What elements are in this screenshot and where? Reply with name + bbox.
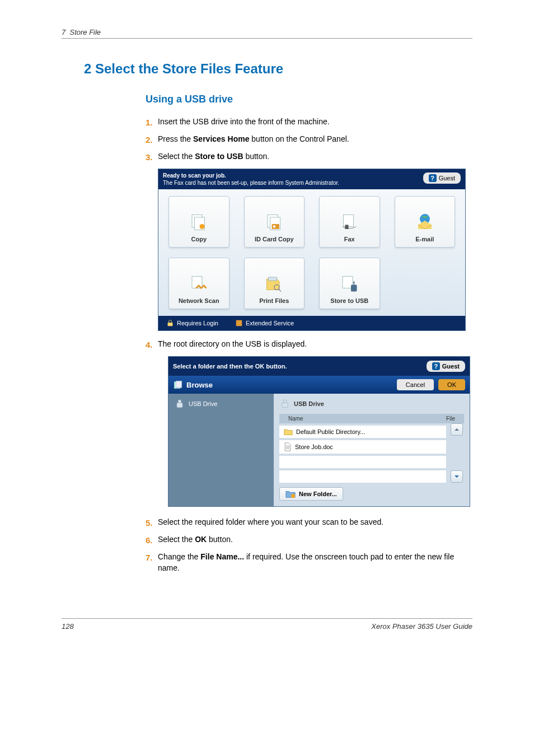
steps-list-cont2: 5. Select the required folder where you … xyxy=(62,517,472,573)
tile-label: Network Scan xyxy=(179,297,219,304)
tile-fax[interactable]: Fax xyxy=(319,196,380,248)
t: Press the xyxy=(158,134,193,143)
svg-point-29 xyxy=(291,494,295,498)
guest-button[interactable]: ? Guest xyxy=(423,172,461,184)
svg-rect-11 xyxy=(268,277,277,281)
id-card-copy-icon xyxy=(264,212,284,232)
step-text: Press the Services Home button on the Co… xyxy=(158,134,472,146)
browse-status-bar: Select a folder and then the OK button. … xyxy=(168,357,470,376)
print-files-icon xyxy=(264,274,284,294)
step-text: The root directory on the USB is display… xyxy=(158,339,472,351)
services-home-panel: Ready to scan your job. The Fax card has… xyxy=(158,169,466,331)
usb-drive-icon xyxy=(279,398,291,409)
new-folder-row: New Folder... xyxy=(279,487,464,501)
scroll-up-button[interactable] xyxy=(451,423,463,436)
step-num: 4. xyxy=(146,339,158,351)
file-row[interactable]: Store Job.doc xyxy=(279,440,446,454)
svg-point-6 xyxy=(273,225,276,228)
scroll-down-button[interactable] xyxy=(451,470,463,483)
svg-rect-21 xyxy=(176,381,182,388)
step-2: 2. Press the Services Home button on the… xyxy=(146,134,472,146)
legend-extended-service: Extended Service xyxy=(235,319,294,327)
section-sub-title: Using a USB drive xyxy=(62,94,472,105)
step-num: 2. xyxy=(146,134,158,146)
instruction-text: Select a folder and then the OK button. xyxy=(173,363,287,370)
t: Select the xyxy=(158,535,195,544)
t: Change the xyxy=(158,552,200,561)
chapter-title: Store File xyxy=(69,28,101,36)
tile-label: Fax xyxy=(344,236,355,242)
status-detail: The Fax card has not been set-up, please… xyxy=(163,180,339,186)
step-3: 3. Select the Store to USB button. xyxy=(146,151,472,163)
tile-label: Store to USB xyxy=(330,297,368,304)
network-scan-icon xyxy=(189,274,209,294)
step-4: 4. The root directory on the USB is disp… xyxy=(146,339,472,351)
step-num: 7. xyxy=(146,552,158,573)
folder-tree: USB Drive xyxy=(168,394,274,506)
new-folder-button[interactable]: New Folder... xyxy=(279,487,343,501)
tile-print-files[interactable]: Print Files xyxy=(244,258,305,309)
page-footer: 128 Xerox Phaser 3635 User Guide xyxy=(62,618,472,631)
step-text: Insert the USB drive into the front of t… xyxy=(158,116,472,128)
t: OK xyxy=(195,535,207,544)
ok-button[interactable]: OK xyxy=(438,379,465,390)
browse-toolbar: Browse Cancel OK xyxy=(168,376,470,394)
legend-requires-login: Requires Login xyxy=(166,319,218,327)
svg-rect-18 xyxy=(168,323,173,326)
step-num: 6. xyxy=(146,534,158,546)
empty-row xyxy=(279,456,446,468)
svg-rect-7 xyxy=(344,215,354,227)
t: Select the xyxy=(158,152,195,161)
cancel-button[interactable]: Cancel xyxy=(397,379,434,390)
svg-rect-15 xyxy=(351,285,357,292)
browse-icon xyxy=(173,380,183,390)
row-label: Default Public Directory... xyxy=(296,428,365,435)
tile-store-to-usb[interactable]: Store to USB xyxy=(319,258,380,309)
chapter-header: 7 Store File xyxy=(62,28,472,39)
chevron-up-icon xyxy=(453,426,460,433)
step-7: 7. Change the File Name... if required. … xyxy=(146,552,472,573)
svg-rect-24 xyxy=(282,403,288,407)
row-label: Store Job.doc xyxy=(295,444,333,450)
svg-rect-23 xyxy=(179,400,181,403)
step-num: 3. xyxy=(146,151,158,163)
browse-title: Browse xyxy=(173,380,213,390)
step-1: 1. Insert the USB drive into the front o… xyxy=(146,116,472,128)
tile-label: E-mail xyxy=(415,236,434,242)
col-name: Name xyxy=(288,416,303,422)
t: button on the Control Panel. xyxy=(249,134,349,143)
status-text: Ready to scan your job. The Fax card has… xyxy=(163,172,339,186)
chevron-down-icon xyxy=(453,473,460,480)
status-bar: Ready to scan your job. The Fax card has… xyxy=(158,169,465,189)
t: File Name... xyxy=(200,552,244,561)
tile-email[interactable]: E-mail xyxy=(395,196,456,248)
browse-body: USB Drive USB Drive Name File Default xyxy=(168,394,470,506)
page-number: 128 xyxy=(62,622,74,631)
tile-id-card-copy[interactable]: ID Card Copy xyxy=(244,196,305,248)
browse-label: Browse xyxy=(186,381,213,389)
folder-row[interactable]: Default Public Directory... xyxy=(279,426,446,438)
t: button. xyxy=(243,152,270,161)
svg-line-13 xyxy=(278,289,281,292)
new-folder-icon xyxy=(285,489,296,498)
step-text: Select the required folder where you wan… xyxy=(158,517,472,529)
tree-label: USB Drive xyxy=(189,400,217,407)
scrollbar xyxy=(449,423,464,483)
tile-network-scan[interactable]: Network Scan xyxy=(168,258,229,309)
tile-copy[interactable]: Copy xyxy=(168,196,229,248)
guest-button[interactable]: ? Guest xyxy=(427,361,465,372)
tree-item-usb-drive[interactable]: USB Drive xyxy=(174,398,268,409)
copy-icon xyxy=(189,212,209,232)
step-text: Select the Store to USB button. xyxy=(158,151,472,163)
col-file: File xyxy=(446,416,455,422)
svg-rect-19 xyxy=(236,320,242,326)
steps-list: 1. Insert the USB drive into the front o… xyxy=(62,116,472,163)
puzzle-icon xyxy=(235,319,243,327)
new-folder-label: New Folder... xyxy=(299,491,337,497)
guide-title: Xerox Phaser 3635 User Guide xyxy=(371,622,472,631)
status-title: Ready to scan your job. xyxy=(163,172,339,179)
usb-drive-icon xyxy=(174,398,185,409)
step-6: 6. Select the OK button. xyxy=(146,534,472,546)
drive-heading: USB Drive xyxy=(279,398,464,409)
svg-point-2 xyxy=(200,224,205,229)
